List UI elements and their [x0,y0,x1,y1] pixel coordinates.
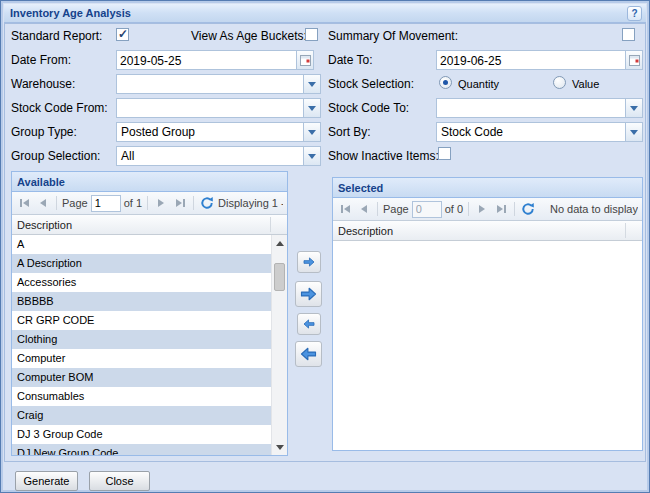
available-scrollbar[interactable] [271,235,287,455]
group-type-trigger[interactable] [303,123,320,141]
date-from-trigger[interactable] [296,51,313,69]
available-column-header[interactable]: Description [12,215,287,235]
list-item[interactable]: A Description [12,254,287,273]
generate-button[interactable]: Generate [15,471,78,491]
show-inactive-items-label: Show Inactive Items: [328,149,439,163]
calendar-icon [629,54,640,66]
list-item[interactable]: Craig [12,406,287,425]
scrollbar-thumb[interactable] [274,263,285,291]
arrow-left-icon [303,319,315,329]
standard-report-checkbox[interactable] [116,28,129,41]
refresh-button[interactable] [520,201,536,217]
double-arrow-right-icon [300,287,317,301]
move-all-left-button[interactable] [295,341,322,367]
view-as-age-buckets-checkbox[interactable] [305,28,318,41]
list-item[interactable]: CR GRP CODE [12,311,287,330]
list-item[interactable]: Computer BOM [12,368,287,387]
sort-by-label: Sort By: [328,125,371,139]
group-type-value: Posted Group [117,123,302,141]
page-of-label: of 0 [445,203,463,215]
toolbar-separator [147,196,148,210]
refresh-icon [521,202,535,216]
available-page-input[interactable] [91,195,121,212]
first-page-button[interactable] [16,195,32,211]
next-page-button[interactable] [153,195,169,211]
refresh-button[interactable] [199,195,215,211]
last-page-icon [176,199,182,207]
group-selection-value: All [117,147,302,165]
stock-selection-label: Stock Selection: [328,77,414,91]
next-page-icon [158,199,164,207]
date-from-field [116,50,314,70]
view-as-age-buckets-label: View As Age Buckets: [191,29,307,43]
date-to-trigger[interactable] [625,51,642,69]
last-page-icon [497,205,503,213]
warehouse-combo[interactable] [116,74,321,94]
chevron-down-icon [276,445,284,450]
selected-paging-toolbar: Page of 0 No data to display [333,198,642,221]
next-page-icon [479,205,485,213]
column-separator [270,217,271,232]
scroll-up-button[interactable] [272,235,287,251]
prev-page-button[interactable] [35,195,51,211]
chevron-up-icon [276,241,284,246]
first-page-button[interactable] [337,201,353,217]
selected-page-input[interactable] [412,201,442,218]
sort-by-combo[interactable]: Stock Code [436,122,643,142]
next-page-button[interactable] [474,201,490,217]
group-selection-combo[interactable]: All [116,146,321,166]
value-radio-label: Value [572,78,599,90]
selected-panel-header: Selected [333,178,642,198]
available-paging-toolbar: Page of 1 Displaying 1 - [12,192,287,215]
page-label: Page [62,197,88,209]
chevron-down-icon [308,82,316,87]
toolbar-separator [193,196,194,210]
column-header-label: Description [17,219,72,231]
summary-of-movement-label: Summary Of Movement: [328,29,458,43]
inventory-age-analysis-window: Inventory Age Analysis ? Standard Report… [0,0,650,493]
list-item[interactable]: DJ 3 Group Code [12,425,287,444]
group-selection-trigger[interactable] [303,147,320,165]
list-item[interactable]: Clothing [12,330,287,349]
last-page-button[interactable] [493,201,509,217]
list-item[interactable]: BBBBB [12,292,287,311]
date-to-field [436,50,643,70]
help-icon: ? [631,8,637,19]
calendar-icon [300,54,311,66]
warehouse-trigger[interactable] [303,75,320,93]
quantity-radio[interactable] [439,76,452,89]
move-all-right-button[interactable] [295,281,322,307]
toolbar-separator [56,196,57,210]
date-from-input[interactable] [117,52,295,70]
stock-code-from-combo[interactable] [116,98,321,118]
prev-page-button[interactable] [356,201,372,217]
scroll-down-button[interactable] [272,439,287,455]
summary-of-movement-checkbox[interactable] [622,28,635,41]
last-page-button[interactable] [172,195,188,211]
group-type-combo[interactable]: Posted Group [116,122,321,142]
list-item[interactable]: DJ New Group Code [12,444,287,455]
stock-code-from-label: Stock Code From: [11,101,108,115]
selected-grid-body [333,241,642,450]
toolbar-separator [377,202,378,216]
arrow-right-icon [303,257,315,267]
value-radio[interactable] [553,76,566,89]
move-selected-right-button[interactable] [297,251,321,273]
date-to-input[interactable] [437,52,624,70]
help-button[interactable]: ? [627,6,642,21]
selected-column-header[interactable]: Description [333,221,642,241]
stock-code-to-combo[interactable] [436,98,643,118]
stock-code-to-trigger[interactable] [625,99,642,117]
list-item[interactable]: Consumables [12,387,287,406]
available-panel-header: Available [12,172,287,192]
selected-panel: Selected Page of 0 No data to display De… [332,177,643,451]
list-item[interactable]: A [12,235,287,254]
stock-code-from-trigger[interactable] [303,99,320,117]
close-button[interactable]: Close [89,471,150,491]
list-item[interactable]: Accessories [12,273,287,292]
show-inactive-items-checkbox[interactable] [438,147,451,160]
sort-by-trigger[interactable] [625,123,642,141]
chevron-down-icon [308,154,316,159]
list-item[interactable]: Computer [12,349,287,368]
move-selected-left-button[interactable] [297,313,321,335]
